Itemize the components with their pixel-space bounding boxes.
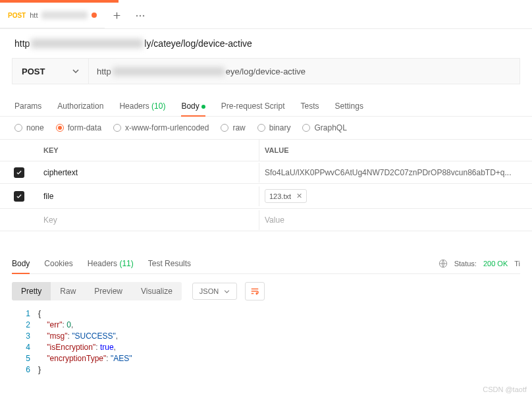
tab-authorization[interactable]: Authorization [57,96,103,116]
unsaved-dot-icon [92,13,97,18]
col-key: KEY [38,140,259,161]
request-tabs-row: POST htt [0,3,532,29]
key-cell[interactable]: ciphertext [38,163,259,183]
table-row[interactable]: ciphertext Sfo4LaU/lXK0PPwvC6AtUg4NW7D2C… [0,161,532,184]
url-input-suffix: eye/log/device-active [226,67,306,76]
tab-prerequest[interactable]: Pre-request Script [221,96,285,116]
value-placeholder[interactable]: Value [259,210,532,230]
status-label: Status: [454,260,477,268]
globe-icon[interactable] [439,259,448,268]
body-type-graphql[interactable]: GraphQL [302,123,346,132]
table-row-empty[interactable]: Key Value [0,209,532,231]
svg-point-0 [136,14,138,16]
response-view-row: Pretty Raw Preview Visualize JSON [12,274,520,308]
status-code: 200 OK [483,260,508,268]
remove-file-button[interactable]: ✕ [296,192,302,200]
row-checkbox[interactable] [14,191,24,202]
tab-headers[interactable]: Headers (10) [119,96,165,116]
url-input[interactable]: http eye/log/device-active [89,59,519,84]
key-cell[interactable]: file [38,186,259,206]
resp-tab-cookies[interactable]: Cookies [44,254,72,273]
key-placeholder[interactable]: Key [38,210,259,230]
chevron-down-icon [72,69,79,73]
view-mode-tabs: Pretty Raw Preview Visualize [12,282,182,300]
formdata-table: KEY VALUE ciphertext Sfo4LaU/lXK0PPwvC6A… [0,139,532,231]
request-tab[interactable]: POST htt [0,3,105,28]
wrap-lines-button[interactable] [245,282,265,300]
table-header-row: KEY VALUE [0,140,532,161]
view-visualize[interactable]: Visualize [132,282,182,300]
response-body-code[interactable]: 1{2 "err": 0,3 "msg": "SUCCESS",4 "isEnc… [12,308,520,376]
method-value: POST [22,67,45,76]
svg-point-2 [143,14,144,16]
col-value: VALUE [259,140,532,161]
resp-tab-body[interactable]: Body [12,254,30,273]
response-status: Status: 200 OK Ti [439,259,520,268]
svg-point-1 [140,14,141,16]
watermark: CSDN @taotf [483,385,527,393]
url-redacted [31,39,143,48]
body-type-none[interactable]: none [14,123,44,132]
body-type-formdata[interactable]: form-data [56,123,101,132]
ellipsis-icon [136,14,145,17]
view-pretty[interactable]: Pretty [12,282,51,300]
tab-settings[interactable]: Settings [335,96,363,116]
request-name: http ly/cateye/log/device-active [0,29,532,58]
tab-options-button[interactable] [128,4,152,28]
url-prefix: http [14,38,30,49]
plus-icon [113,11,121,20]
url-suffix: ly/cateye/log/device-active [144,38,252,49]
code-line: 4 "isEncryption": true, [12,342,520,353]
tab-method: POST [8,12,26,19]
body-type-binary[interactable]: binary [257,123,291,132]
code-line: 1{ [12,308,520,320]
tab-tests[interactable]: Tests [301,96,319,116]
method-dropdown[interactable]: POST [13,59,89,84]
table-row[interactable]: file 123.txt ✕ [0,184,532,209]
new-tab-button[interactable] [105,4,128,28]
resp-tab-headers[interactable]: Headers (11) [88,254,134,273]
value-cell[interactable]: 123.txt ✕ [259,184,532,208]
chevron-down-icon [224,290,230,293]
request-url-row: POST http eye/log/device-active [12,58,520,84]
code-line: 6} [12,364,520,376]
code-line: 2 "err": 0, [12,320,520,331]
tab-params[interactable]: Params [14,96,41,116]
view-raw[interactable]: Raw [51,282,85,300]
request-section-tabs: Params Authorization Headers (10) Body P… [0,96,532,117]
file-chip[interactable]: 123.txt ✕ [265,189,307,203]
response-tabs: Body Cookies Headers (11) Test Results S… [12,254,520,274]
body-type-selector: none form-data x-www-form-urlencoded raw… [0,117,532,139]
wrap-icon [250,287,259,296]
row-checkbox[interactable] [14,167,24,178]
status-trailing: Ti [514,260,520,268]
tab-body[interactable]: Body [181,96,205,116]
check-icon [16,169,22,176]
view-preview[interactable]: Preview [85,282,132,300]
tab-label-redacted [41,11,88,19]
file-name: 123.txt [269,192,291,200]
url-input-redacted [113,67,225,76]
resp-tab-testresults[interactable]: Test Results [148,254,191,273]
response-section: Body Cookies Headers (11) Test Results S… [0,254,532,376]
code-line: 3 "msg": "SUCCESS", [12,331,520,342]
body-type-urlencoded[interactable]: x-www-form-urlencoded [113,123,209,132]
format-dropdown[interactable]: JSON [192,283,237,300]
tab-label-prefix: htt [30,11,38,19]
body-active-dot-icon [201,105,205,109]
value-cell[interactable]: Sfo4LaU/lXK0PPwvC6AtUg4NW7D2C07znPDrOP88… [259,163,532,183]
code-line: 5 "encryptionType": "AES" [12,353,520,364]
body-type-raw[interactable]: raw [221,123,245,132]
url-input-prefix: http [97,67,111,76]
check-icon [16,193,22,200]
